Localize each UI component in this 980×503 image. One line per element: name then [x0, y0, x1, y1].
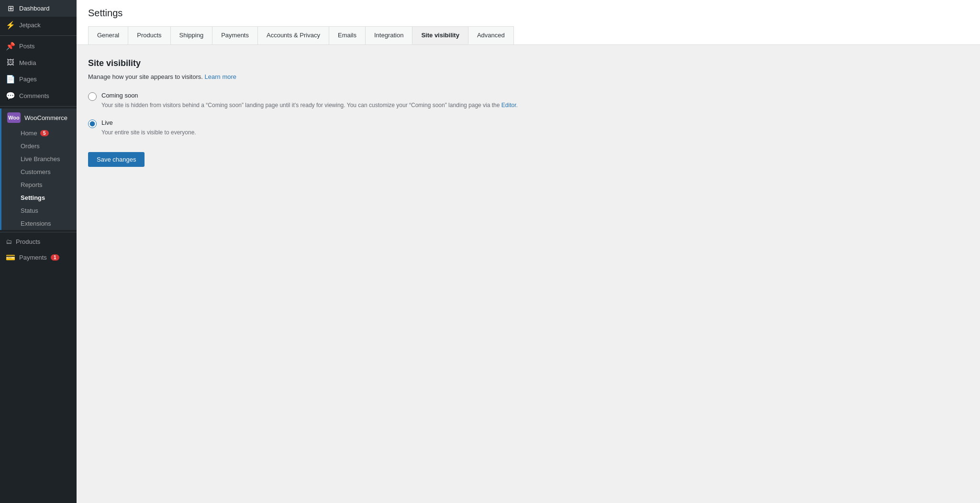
- sidebar-item-status[interactable]: Status: [1, 204, 77, 217]
- sidebar-item-home[interactable]: Home 5: [1, 127, 77, 140]
- coming-soon-option: Coming soon Your site is hidden from vis…: [88, 92, 969, 109]
- main-content: Settings General Products Shipping Payme…: [77, 0, 980, 503]
- coming-soon-label: Coming soon: [101, 92, 518, 99]
- products-icon: 🗂: [6, 238, 12, 245]
- section-desc: Manage how your site appears to visitors…: [88, 73, 969, 80]
- divider: [0, 35, 77, 36]
- live-option: Live Your entire site is visible to ever…: [88, 119, 969, 137]
- live-radio[interactable]: [88, 120, 97, 128]
- tab-integration[interactable]: Integration: [365, 26, 412, 44]
- sidebar-item-dashboard[interactable]: ⊞ Dashboard: [0, 0, 77, 17]
- sidebar-item-media[interactable]: 🖼 Media: [0, 55, 77, 71]
- sidebar-item-products[interactable]: 🗂 Products: [0, 234, 77, 249]
- payments-badge: 1: [51, 254, 59, 261]
- sidebar-item-comments[interactable]: 💬 Comments: [0, 87, 77, 104]
- section-title: Site visibility: [88, 58, 969, 68]
- posts-icon: 📌: [6, 42, 15, 51]
- dashboard-icon: ⊞: [6, 4, 15, 13]
- home-label: Home: [21, 130, 37, 137]
- save-changes-button[interactable]: Save changes: [88, 152, 145, 167]
- sidebar-item-posts[interactable]: 📌 Posts: [0, 38, 77, 55]
- sidebar-item-label: Pages: [19, 76, 37, 83]
- products-label: Products: [16, 238, 40, 245]
- sidebar-item-payments[interactable]: 💳 Payments 1: [0, 249, 77, 266]
- coming-soon-desc: Your site is hidden from visitors behind…: [101, 101, 518, 109]
- content-area: Site visibility Manage how your site app…: [77, 45, 980, 503]
- tabs-bar: General Products Shipping Payments Accou…: [88, 26, 969, 44]
- home-badge: 5: [40, 130, 49, 136]
- sidebar-item-extensions[interactable]: Extensions: [1, 217, 77, 230]
- sidebar-item-label: Comments: [19, 92, 49, 99]
- page-title: Settings: [88, 8, 969, 19]
- divider: [0, 232, 77, 232]
- settings-label: Settings: [21, 194, 45, 201]
- payments-label: Payments: [19, 254, 47, 261]
- sidebar-item-reports[interactable]: Reports: [1, 178, 77, 191]
- woocommerce-label: WooCommerce: [24, 114, 67, 121]
- sidebar-item-orders[interactable]: Orders: [1, 140, 77, 153]
- live-label: Live: [101, 119, 196, 126]
- learn-more-link[interactable]: Learn more: [205, 73, 236, 80]
- tab-general[interactable]: General: [88, 26, 128, 44]
- reports-label: Reports: [21, 181, 43, 188]
- sidebar-item-settings[interactable]: Settings: [1, 191, 77, 204]
- sidebar: ⊞ Dashboard ⚡ Jetpack 📌 Posts 🖼 Media 📄 …: [0, 0, 77, 503]
- page-header: Settings General Products Shipping Payme…: [77, 0, 980, 45]
- sidebar-item-customers[interactable]: Customers: [1, 165, 77, 178]
- sidebar-item-label: Jetpack: [19, 22, 41, 29]
- pages-icon: 📄: [6, 75, 15, 84]
- sidebar-item-label: Posts: [19, 43, 35, 50]
- orders-label: Orders: [21, 142, 40, 150]
- tab-advanced[interactable]: Advanced: [468, 26, 514, 44]
- tab-payments[interactable]: Payments: [212, 26, 258, 44]
- sidebar-item-jetpack[interactable]: ⚡ Jetpack: [0, 17, 77, 33]
- comments-icon: 💬: [6, 91, 15, 100]
- coming-soon-radio[interactable]: [88, 92, 97, 101]
- tab-shipping[interactable]: Shipping: [170, 26, 213, 44]
- tab-emails[interactable]: Emails: [329, 26, 366, 44]
- media-icon: 🖼: [6, 58, 15, 67]
- sidebar-item-label: Media: [19, 59, 36, 66]
- tab-accounts-privacy[interactable]: Accounts & Privacy: [257, 26, 329, 44]
- sidebar-item-label: Dashboard: [19, 5, 50, 12]
- editor-link[interactable]: Editor: [501, 102, 516, 109]
- coming-soon-details: Coming soon Your site is hidden from vis…: [101, 92, 518, 109]
- status-label: Status: [21, 207, 38, 214]
- sidebar-item-pages[interactable]: 📄 Pages: [0, 71, 77, 87]
- live-desc: Your entire site is visible to everyone.: [101, 128, 196, 137]
- tab-site-visibility[interactable]: Site visibility: [412, 26, 468, 44]
- live-details: Live Your entire site is visible to ever…: [101, 119, 196, 137]
- live-branches-label: Live Branches: [21, 155, 60, 163]
- jetpack-icon: ⚡: [6, 21, 15, 30]
- woocommerce-header[interactable]: Woo WooCommerce: [1, 109, 77, 127]
- customers-label: Customers: [21, 168, 51, 175]
- payments-icon: 💳: [6, 253, 15, 262]
- woocommerce-section: Woo WooCommerce Home 5 Orders Live Branc…: [0, 109, 77, 230]
- divider: [0, 106, 77, 107]
- sidebar-item-live-branches[interactable]: Live Branches: [1, 153, 77, 165]
- tab-products[interactable]: Products: [128, 26, 170, 44]
- woocommerce-icon: Woo: [7, 112, 21, 123]
- extensions-label: Extensions: [21, 220, 51, 227]
